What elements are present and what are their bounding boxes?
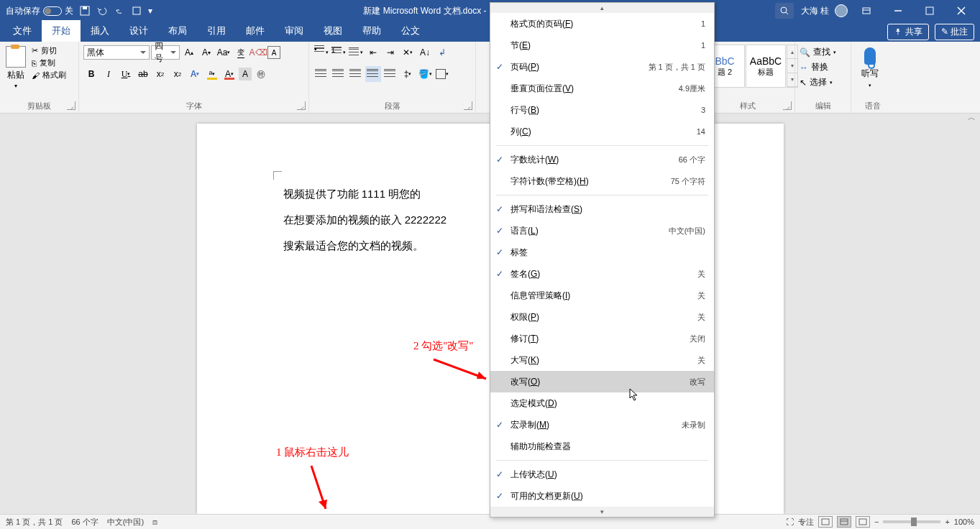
sb-word-count[interactable]: 66 个字 (71, 517, 98, 528)
menu-scroll-down[interactable]: ▾ (490, 507, 714, 517)
tab-mailings[interactable]: 邮件 (236, 20, 275, 42)
minimize-icon[interactable] (885, 0, 911, 22)
zoom-in-button[interactable]: + (945, 518, 949, 526)
clear-format-button[interactable]: A⌫ (250, 45, 266, 60)
share-button[interactable]: 🖈 共享 (887, 24, 928, 40)
menu-item-1[interactable]: 节(E)1 (490, 34, 714, 56)
user-name[interactable]: 大海 桂 (801, 5, 829, 17)
show-marks-button[interactable]: ↲ (434, 45, 450, 60)
multilevel-list-button[interactable]: ▾ (348, 45, 364, 60)
menu-item-7[interactable]: 字符计数(带空格)(H)75 个字符 (490, 170, 714, 192)
menu-item-18[interactable]: ✓宏录制(M)未录制 (490, 414, 714, 436)
copy-button[interactable]: ⎘复制 (30, 57, 68, 69)
zoom-level[interactable]: 100% (954, 518, 974, 526)
menu-item-2[interactable]: ✓页码(P)第 1 页，共 1 页 (490, 56, 714, 78)
find-button[interactable]: 🔍查找▾ (800, 46, 836, 58)
superscript-button[interactable]: x2 (170, 66, 186, 82)
autosave-toggle[interactable]: 自动保存 关 (6, 5, 73, 17)
menu-item-21[interactable]: ✓可用的文档更新(U) (490, 485, 714, 507)
focus-mode-icon[interactable]: ⛶ (786, 518, 794, 526)
menu-item-9[interactable]: ✓语言(L)中文(中国) (490, 220, 714, 242)
tab-gongwen[interactable]: 公文 (391, 20, 430, 42)
close-icon[interactable] (948, 0, 974, 22)
subscript-button[interactable]: x2 (152, 66, 168, 82)
menu-item-16[interactable]: 改写(O)改写 (490, 371, 714, 392)
align-left-button[interactable] (313, 66, 329, 82)
view-read-button[interactable] (818, 516, 833, 528)
tab-layout[interactable]: 布局 (158, 20, 197, 42)
font-size-combo[interactable]: 四号 (151, 45, 180, 60)
align-right-button[interactable] (348, 66, 364, 82)
format-painter-button[interactable]: 🖌格式刷 (30, 69, 68, 81)
cut-button[interactable]: ✂剪切 (30, 45, 68, 57)
shading-button[interactable]: 🪣▾ (417, 66, 433, 82)
italic-button[interactable]: I (101, 66, 116, 82)
menu-item-8[interactable]: ✓拼写和语法检查(S) (490, 198, 714, 220)
menu-item-11[interactable]: ✓签名(G)关 (490, 263, 714, 285)
search-icon[interactable] (775, 3, 794, 19)
underline-button[interactable]: U▾ (118, 66, 134, 82)
tab-view[interactable]: 视图 (313, 20, 352, 42)
avatar[interactable] (835, 4, 848, 17)
replace-button[interactable]: ↔替换 (800, 61, 828, 73)
tab-file[interactable]: 文件 (3, 20, 42, 42)
font-color-button[interactable]: A▾ (221, 66, 237, 82)
menu-item-17[interactable]: 选定模式(D) (490, 392, 714, 414)
char-shading-button[interactable]: A (239, 68, 252, 80)
menu-item-6[interactable]: ✓字数统计(W)66 个字 (490, 149, 714, 170)
sb-page[interactable]: 第 1 页，共 1 页 (6, 517, 63, 528)
tab-references[interactable]: 引用 (197, 20, 236, 42)
menu-item-5[interactable]: 列(C)14 (490, 121, 714, 142)
bullets-button[interactable]: ▾ (313, 45, 329, 60)
phonetic-guide-button[interactable]: 变 (233, 45, 249, 60)
menu-item-13[interactable]: 权限(P)关 (490, 306, 714, 328)
sb-accessibility-icon[interactable]: ⧈ (152, 518, 157, 527)
justify-button[interactable] (365, 66, 381, 82)
comments-button[interactable]: ✎ 批注 (935, 24, 974, 40)
styles-dialog-launcher[interactable] (783, 101, 792, 110)
maximize-icon[interactable] (917, 0, 943, 22)
menu-scroll-up[interactable]: ▴ (490, 3, 714, 13)
sb-language[interactable]: 中文(中国) (107, 517, 144, 528)
highlight-button[interactable]: ª▾ (204, 66, 220, 82)
paragraph-dialog-launcher[interactable] (464, 101, 472, 110)
borders-button[interactable]: ▾ (434, 66, 450, 82)
menu-item-12[interactable]: 信息管理策略(I)关 (490, 285, 714, 306)
view-web-button[interactable] (856, 516, 870, 528)
increase-indent-button[interactable]: ⇥ (383, 45, 398, 60)
tab-design[interactable]: 设计 (119, 20, 158, 42)
collapse-ribbon-icon[interactable]: ︿ (968, 112, 976, 123)
zoom-out-button[interactable]: − (874, 518, 879, 526)
increase-font-button[interactable]: A▴ (181, 45, 197, 60)
font-name-combo[interactable]: 黑体 (83, 45, 150, 60)
menu-item-15[interactable]: 大写(K)关 (490, 349, 714, 371)
line-spacing-button[interactable]: ‡▾ (400, 66, 416, 82)
strikethrough-button[interactable]: ab (135, 66, 151, 82)
distribute-button[interactable] (383, 66, 398, 82)
view-print-button[interactable] (837, 516, 851, 528)
tab-help[interactable]: 帮助 (352, 20, 391, 42)
menu-item-19[interactable]: 辅助功能检查器 (490, 436, 714, 457)
numbering-button[interactable]: ▾ (331, 45, 347, 60)
bold-button[interactable]: B (83, 66, 99, 82)
menu-item-10[interactable]: ✓标签 (490, 242, 714, 263)
sort-button[interactable]: A↓ (417, 45, 433, 60)
menu-item-14[interactable]: 修订(T)关闭 (490, 328, 714, 349)
menu-item-3[interactable]: 垂直页面位置(V)4.9厘米 (490, 78, 714, 99)
save-icon[interactable] (79, 5, 91, 17)
redo-icon[interactable] (114, 5, 125, 17)
tab-review[interactable]: 审阅 (275, 20, 313, 42)
text-effects-button[interactable]: A▾ (187, 66, 203, 82)
align-center-button[interactable] (331, 66, 347, 82)
tab-insert[interactable]: 插入 (81, 20, 119, 42)
char-border-button[interactable]: A (267, 46, 280, 59)
menu-item-0[interactable]: 格式页的页码(F)1 (490, 13, 714, 34)
ribbon-options-icon[interactable] (853, 0, 879, 22)
tab-home[interactable]: 开始 (42, 20, 81, 42)
sb-focus[interactable]: 专注 (798, 517, 814, 528)
undo-icon[interactable] (96, 5, 108, 17)
dictate-button[interactable]: 听写 ▾ (856, 45, 884, 91)
decrease-font-button[interactable]: A▾ (198, 45, 214, 60)
style-tile-title[interactable]: AaBbC 标题 (746, 45, 786, 88)
enclose-char-button[interactable]: ㊕ (253, 66, 269, 82)
